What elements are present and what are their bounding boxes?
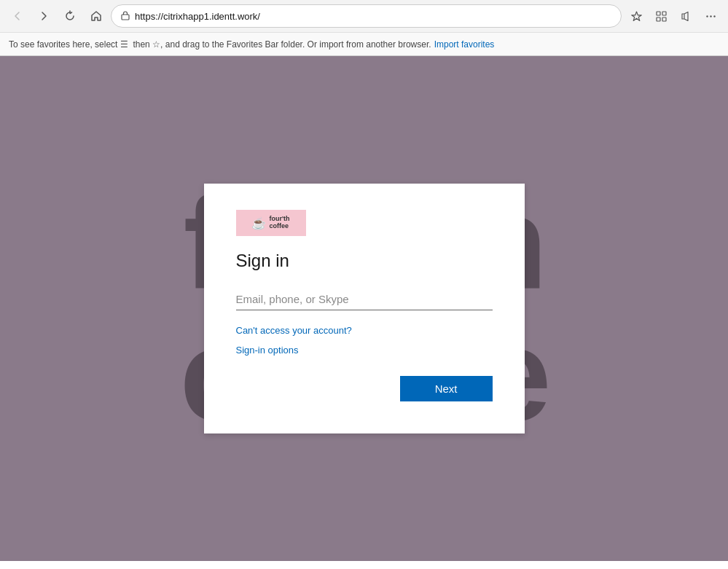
svg-rect-2 [662, 12, 666, 15]
svg-point-7 [713, 15, 715, 17]
browser-titlebar: https://citrixhapp1.identt.work/ [0, 0, 728, 32]
signin-card: ☕ four'th coffee Sign in Can't access yo… [204, 184, 525, 433]
toolbar-right [625, 4, 722, 28]
logo-image: ☕ four'th coffee [236, 210, 306, 236]
page-background: fourth coffee ☕ four'th coffee Sign in C… [0, 56, 728, 561]
signin-options-link[interactable]: Sign-in options [236, 345, 493, 356]
company-logo: ☕ four'th coffee [236, 210, 493, 236]
next-button[interactable]: Next [400, 376, 493, 401]
signin-title: Sign in [236, 251, 493, 271]
card-footer: Next [236, 376, 493, 401]
svg-point-6 [710, 15, 711, 17]
import-favorites-link[interactable]: Import favorites [434, 39, 495, 50]
home-button[interactable] [85, 4, 108, 28]
favorites-star-button[interactable] [625, 4, 648, 28]
email-input[interactable] [236, 289, 493, 310]
logo-cup-icon: ☕ [251, 216, 266, 230]
refresh-button[interactable] [58, 4, 82, 28]
browser-chrome: https://citrixhapp1.identt.work/ To see … [0, 0, 728, 56]
favorites-bar-text2: then ☆, and drag to the Favorites Bar fo… [133, 39, 431, 50]
address-bar[interactable]: https://citrixhapp1.identt.work/ [111, 4, 622, 28]
lock-icon [120, 10, 130, 23]
svg-rect-4 [662, 17, 666, 21]
more-button[interactable] [699, 4, 722, 28]
back-button[interactable] [6, 4, 29, 28]
logo-text: four'th coffee [269, 216, 289, 230]
favorites-bar-text: To see favorites here, select [9, 39, 117, 50]
share-button[interactable] [674, 4, 697, 28]
collections-button[interactable] [649, 4, 673, 28]
svg-rect-1 [657, 12, 660, 15]
svg-point-5 [706, 15, 708, 17]
url-display: https://citrixhapp1.identt.work/ [135, 11, 612, 22]
favorites-bar: To see favorites here, select ☰ then ☆, … [0, 32, 728, 55]
forward-button[interactable] [32, 4, 55, 28]
svg-rect-3 [657, 17, 660, 21]
cant-access-link[interactable]: Can't access your account? [236, 325, 493, 336]
email-field-container [236, 289, 493, 310]
favorites-icon: ☰ [120, 39, 128, 50]
svg-rect-0 [122, 15, 129, 20]
